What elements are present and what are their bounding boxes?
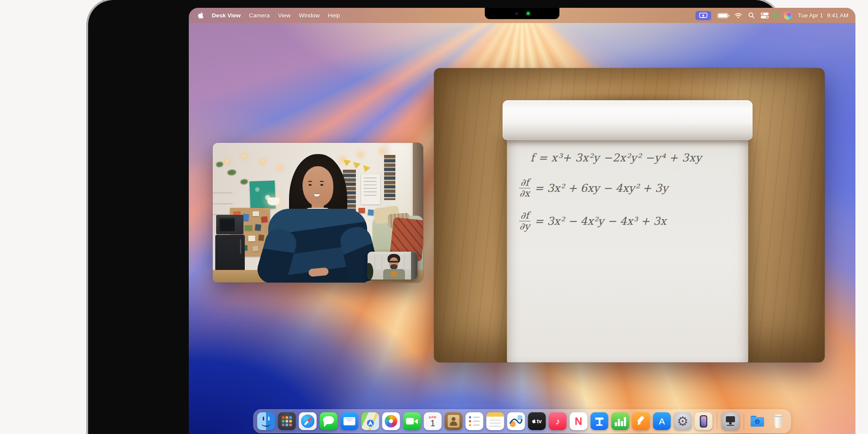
dock-safari-icon[interactable] bbox=[299, 412, 317, 430]
handwritten-equation-1: f = x³+ 3x²y −2x²y² −y⁴ + 3xy bbox=[530, 151, 702, 164]
facetime-window[interactable] bbox=[213, 143, 423, 283]
screen-sharing-indicator[interactable] bbox=[695, 11, 711, 20]
microwave bbox=[216, 215, 243, 234]
dock-facetime-icon[interactable] bbox=[403, 412, 421, 430]
ivy-garland bbox=[216, 162, 223, 167]
camera-indicator-led bbox=[527, 12, 529, 15]
photo-strip bbox=[384, 155, 395, 200]
desktop: Desk View Camera View Window Help bbox=[189, 8, 855, 434]
photo bbox=[368, 209, 374, 215]
dock-trash-icon[interactable] bbox=[769, 412, 787, 430]
dock-messages-icon[interactable] bbox=[320, 412, 338, 430]
dock-pages-icon[interactable] bbox=[632, 412, 650, 430]
handwritten-equation-3: ∂f∂y = 3x² − 4x²y − 4x³ + 3x bbox=[519, 210, 666, 231]
facetime-self-view[interactable] bbox=[368, 252, 418, 279]
dock-maps-icon[interactable] bbox=[362, 412, 379, 430]
white-poster bbox=[361, 174, 380, 204]
caller-eye bbox=[320, 184, 323, 186]
photo bbox=[245, 225, 252, 230]
siri-icon[interactable] bbox=[784, 12, 792, 20]
pennant-flag bbox=[352, 162, 361, 170]
photo bbox=[258, 235, 264, 241]
string-light bbox=[381, 150, 384, 152]
dock-downloads-icon[interactable]: ↓ bbox=[749, 412, 766, 430]
menu-view[interactable]: View bbox=[278, 12, 291, 19]
ivy-garland bbox=[240, 179, 248, 184]
dock-reminders-icon[interactable] bbox=[466, 412, 483, 430]
string-light bbox=[243, 155, 246, 158]
dock-desk-view-icon[interactable] bbox=[722, 412, 740, 430]
dock-finder-icon[interactable] bbox=[257, 412, 275, 430]
battery-icon[interactable] bbox=[717, 13, 728, 18]
caller-face bbox=[302, 166, 333, 207]
notepad-curled-page bbox=[503, 100, 753, 140]
control-center-icon[interactable] bbox=[761, 12, 769, 19]
photo bbox=[261, 216, 267, 222]
macbook-bezel: Desk View Camera View Window Help bbox=[88, 0, 780, 434]
self-tee bbox=[391, 271, 397, 276]
dock-divider bbox=[744, 413, 744, 430]
menu-app-name[interactable]: Desk View bbox=[212, 12, 241, 19]
string-light bbox=[261, 160, 264, 163]
dock-settings-icon[interactable]: ⚙ bbox=[674, 412, 692, 430]
dock-keynote-icon[interactable] bbox=[591, 412, 608, 430]
dock-news-icon[interactable]: N bbox=[570, 412, 588, 430]
dock-appletv-icon[interactable]: tv bbox=[528, 412, 546, 430]
menubar-time: 9:41 AM bbox=[827, 12, 848, 19]
macbook-product-shot: Desk View Camera View Window Help bbox=[0, 0, 868, 434]
dock-music-icon[interactable]: ♪ bbox=[549, 412, 567, 430]
pennant-flag bbox=[342, 160, 351, 167]
dark-band bbox=[411, 252, 418, 279]
search-icon[interactable] bbox=[748, 12, 755, 19]
photo bbox=[253, 246, 259, 251]
dock-freeform-icon[interactable] bbox=[507, 412, 525, 430]
dock-calendar-icon[interactable]: APR 1 bbox=[424, 412, 442, 430]
desk-view-window[interactable]: f = x³+ 3x²y −2x²y² −y⁴ + 3xy ∂f∂x = 3x²… bbox=[434, 68, 825, 362]
menu-help[interactable]: Help bbox=[328, 12, 340, 19]
photo bbox=[243, 214, 249, 221]
photo bbox=[253, 211, 259, 216]
photo bbox=[255, 224, 261, 230]
dock-photos-icon[interactable] bbox=[382, 412, 400, 430]
handwritten-equation-2: ∂f∂x = 3x² + 6xy − 4xy² + 3y bbox=[519, 178, 668, 198]
menu-camera[interactable]: Camera bbox=[249, 12, 270, 19]
dock: APR 1 tv ♪ N A ⚙ bbox=[253, 409, 791, 433]
menubar-clock[interactable]: Tue Apr 1 9:41 AM bbox=[798, 12, 848, 19]
photo bbox=[248, 236, 255, 241]
dock-notes-icon[interactable] bbox=[487, 412, 504, 430]
caller-eye bbox=[309, 184, 312, 186]
dock-numbers-icon[interactable] bbox=[612, 412, 629, 430]
menu-window[interactable]: Window bbox=[299, 12, 320, 19]
menubar-date: Tue Apr 1 bbox=[798, 12, 823, 19]
string-light bbox=[226, 160, 228, 163]
ivy-garland bbox=[227, 170, 236, 175]
facetime-camera-lens bbox=[515, 12, 519, 16]
display-notch bbox=[485, 8, 559, 19]
self-glasses bbox=[389, 261, 398, 263]
string-light bbox=[279, 166, 281, 169]
pennant-flag bbox=[361, 165, 371, 173]
dock-iphone-mirroring-icon[interactable] bbox=[695, 412, 713, 430]
photo bbox=[358, 208, 365, 213]
dock-mail-icon[interactable] bbox=[341, 412, 358, 430]
apple-menu-icon[interactable] bbox=[197, 12, 204, 19]
notepad-paper bbox=[507, 133, 748, 362]
lamp bbox=[267, 197, 279, 205]
string-light bbox=[359, 153, 362, 156]
wifi-icon[interactable] bbox=[734, 13, 742, 18]
dock-contacts-icon[interactable] bbox=[445, 412, 463, 430]
display-person-icon bbox=[699, 13, 707, 18]
dock-divider bbox=[717, 413, 717, 430]
dock-appstore-icon[interactable]: A bbox=[653, 412, 671, 430]
camera-active-dot bbox=[775, 14, 778, 17]
dock-launchpad-icon[interactable] bbox=[278, 412, 296, 430]
